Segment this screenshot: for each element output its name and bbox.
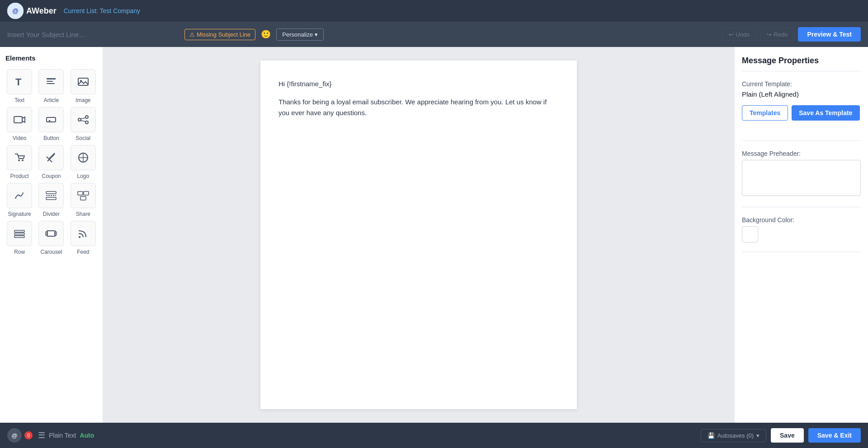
svg-line-20	[49, 153, 55, 159]
video-element-label: Video	[13, 135, 26, 141]
element-product[interactable]: Product	[5, 145, 33, 179]
svg-line-18	[47, 154, 55, 161]
emoji-button[interactable]: 🙂	[261, 29, 271, 39]
element-article[interactable]: Article	[37, 69, 65, 103]
logo-element-icon	[71, 145, 96, 170]
personalize-button[interactable]: Personalize ▾	[276, 28, 324, 41]
current-list-label: Current List: Test Company	[64, 7, 140, 14]
aweber-wordmark: AWeber	[26, 6, 57, 16]
svg-line-15	[81, 121, 85, 121]
auto-badge: Auto	[80, 432, 94, 439]
logo-element-label: Logo	[77, 173, 89, 179]
template-buttons: Templates Save As Template	[742, 105, 861, 121]
svg-line-14	[81, 118, 85, 119]
image-element-label: Image	[75, 97, 90, 103]
carousel-element-label: Carousel	[40, 249, 62, 255]
element-video[interactable]: Video	[5, 107, 33, 141]
social-element-label: Social	[75, 135, 90, 141]
bottom-bar: @ 0 ☰ Plain Text Auto 💾 Autosaves (0) ▾ …	[0, 423, 868, 448]
top-nav: @ AWeber Current List: Test Company	[0, 0, 868, 22]
element-divider[interactable]: Divider	[37, 183, 65, 217]
svg-rect-9	[47, 117, 56, 122]
redo-label: Redo	[774, 31, 788, 38]
svg-rect-30	[14, 230, 24, 232]
element-text[interactable]: T Text	[5, 69, 33, 103]
text-element-icon: T	[7, 69, 32, 94]
coupon-element-icon	[38, 145, 64, 170]
canvas-area[interactable]: Hi {!firstname_fix} Thanks for being a l…	[103, 47, 734, 423]
save-as-template-button[interactable]: Save As Template	[792, 105, 859, 121]
carousel-element-icon	[38, 221, 64, 246]
autosaves-button[interactable]: 💾 Autosaves (0) ▾	[701, 429, 766, 442]
product-element-icon	[7, 145, 32, 170]
share-element-icon	[71, 183, 96, 208]
button-element-label: Button	[43, 135, 59, 141]
element-image[interactable]: Image	[69, 69, 97, 103]
svg-rect-31	[14, 233, 24, 235]
left-sidebar: Elements T Text Article	[0, 47, 103, 423]
svg-rect-29	[80, 196, 86, 200]
save-button[interactable]: Save	[771, 428, 804, 443]
element-carousel[interactable]: Carousel	[37, 221, 65, 255]
svg-rect-3	[47, 78, 56, 79]
svg-rect-26	[46, 197, 56, 200]
element-coupon[interactable]: Coupon	[37, 145, 65, 179]
element-share[interactable]: Share	[69, 183, 97, 217]
feed-element-label: Feed	[77, 249, 89, 255]
redo-button[interactable]: ↪ Redo	[760, 28, 794, 41]
text-element-label: Text	[14, 97, 24, 103]
bottom-aweber-icon: @	[7, 428, 22, 443]
autosaves-label: Autosaves (0)	[717, 432, 754, 439]
svg-point-11	[85, 116, 88, 118]
svg-rect-24	[46, 191, 56, 194]
element-feed[interactable]: Feed	[69, 221, 97, 255]
plain-text-section: ☰ Plain Text Auto	[38, 430, 94, 440]
missing-subject-text: Missing Subject Line	[197, 31, 250, 38]
personalize-chevron-icon: ▾	[315, 31, 318, 38]
svg-text:▶: ▶	[49, 119, 51, 122]
templates-button[interactable]: Templates	[742, 105, 788, 121]
missing-subject-badge[interactable]: ⚠ Missing Subject Line	[184, 29, 255, 40]
coupon-element-label: Coupon	[42, 173, 61, 179]
save-disk-icon: 💾	[708, 432, 715, 439]
svg-point-16	[18, 159, 20, 161]
background-color-label: Background Color:	[742, 216, 861, 224]
main-layout: Elements T Text Article	[0, 47, 868, 423]
social-element-icon	[71, 107, 96, 132]
background-color-swatch[interactable]	[742, 226, 758, 243]
svg-text:@: @	[12, 432, 18, 439]
preview-test-button[interactable]: Preview & Test	[798, 27, 861, 42]
svg-point-17	[22, 159, 24, 161]
element-signature[interactable]: Signature	[5, 183, 33, 217]
element-logo[interactable]: Logo	[69, 145, 97, 179]
share-element-label: Share	[76, 211, 90, 217]
plain-text-label: Plain Text	[49, 432, 76, 439]
divider-element-label: Divider	[43, 211, 60, 217]
email-greeting: Hi {!firstname_fix}	[278, 79, 559, 89]
svg-text:T: T	[15, 76, 22, 88]
background-color-section: Background Color:	[742, 216, 861, 252]
svg-text:@: @	[12, 7, 19, 14]
product-element-label: Product	[10, 173, 28, 179]
right-sidebar: Message Properties Current Template: Pla…	[734, 47, 868, 423]
element-button[interactable]: ▶ Button	[37, 107, 65, 141]
article-element-icon	[38, 69, 64, 94]
redo-icon: ↪	[767, 31, 772, 38]
logo: @ AWeber	[7, 3, 57, 19]
undo-button[interactable]: ↩ Undo	[722, 28, 756, 41]
element-social[interactable]: Social	[69, 107, 97, 141]
save-exit-button[interactable]: Save & Exit	[808, 428, 861, 443]
preheader-input[interactable]	[742, 160, 861, 196]
image-element-icon	[71, 69, 96, 94]
element-row[interactable]: Row	[5, 221, 33, 255]
email-body: Thanks for being a loyal email subscribe…	[278, 97, 559, 118]
svg-rect-8	[14, 117, 22, 123]
subject-input[interactable]	[7, 31, 179, 38]
svg-rect-4	[47, 81, 53, 82]
plain-text-icon: ☰	[38, 430, 45, 440]
svg-rect-28	[84, 191, 89, 195]
personalize-label: Personalize	[282, 31, 313, 38]
current-template-label: Current Template:	[742, 80, 861, 88]
current-template-value: Plain (Left Aligned)	[742, 90, 861, 98]
email-canvas: Hi {!firstname_fix} Thanks for being a l…	[260, 61, 577, 409]
